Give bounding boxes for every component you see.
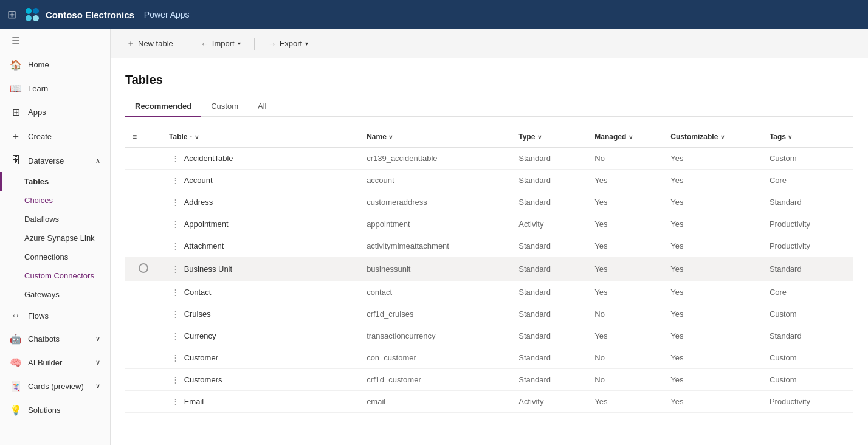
- cell-managed: Yes: [587, 325, 663, 347]
- tab-all[interactable]: All: [248, 97, 276, 117]
- cell-managed: No: [587, 148, 663, 170]
- row-radio[interactable]: [139, 263, 148, 273]
- row-menu-icon[interactable]: ⋮: [169, 375, 184, 384]
- table-row[interactable]: ⋮ Cruisescrf1d_cruisesStandardNoYesCusto…: [125, 303, 853, 325]
- tab-recommended[interactable]: Recommended: [125, 97, 201, 117]
- cell-type: Standard: [511, 347, 587, 369]
- row-select[interactable]: [125, 235, 162, 257]
- table-row[interactable]: ⋮ AppointmentappointmentActivityYesYesPr…: [125, 213, 853, 235]
- row-menu-icon[interactable]: ⋮: [169, 241, 184, 250]
- table-row[interactable]: ⋮ AccountaccountStandardYesYesCore: [125, 170, 853, 191]
- sidebar-item-solutions[interactable]: 💡 Solutions: [0, 398, 110, 422]
- table-row[interactable]: ⋮ ContactcontactStandardYesYesCore: [125, 281, 853, 303]
- col-select: ≡: [125, 126, 162, 148]
- sidebar-item-learn[interactable]: 📖 Learn: [0, 77, 110, 100]
- cell-table: ⋮ Address: [162, 191, 359, 213]
- sidebar-item-apps[interactable]: ⊞ Apps: [0, 100, 110, 124]
- tab-custom[interactable]: Custom: [201, 97, 248, 117]
- ai-collapse-icon: ∨: [95, 359, 100, 367]
- cell-tags: Core: [762, 170, 853, 191]
- cell-table: ⋮ Currency: [162, 325, 359, 347]
- row-select[interactable]: [125, 170, 162, 191]
- cell-name: contact: [359, 281, 511, 303]
- cell-customizable: Yes: [663, 213, 762, 235]
- export-button[interactable]: → Export ▾: [262, 36, 315, 52]
- table-row[interactable]: ⋮ AccidentTablecr139_accidenttableStanda…: [125, 148, 853, 170]
- row-select[interactable]: [125, 148, 162, 170]
- row-menu-icon[interactable]: ⋮: [169, 331, 184, 340]
- cell-name: email: [359, 391, 511, 413]
- sidebar-sub-custom-connectors[interactable]: Custom Connectors: [0, 266, 110, 285]
- table-sort-toggle-icon[interactable]: ∨: [195, 134, 199, 140]
- cards-icon: 🃏: [10, 381, 22, 392]
- row-select[interactable]: [125, 325, 162, 347]
- cell-name: cr139_accidenttable: [359, 148, 511, 170]
- row-menu-icon[interactable]: ⋮: [169, 288, 184, 297]
- grid-icon[interactable]: ⊞: [7, 8, 16, 21]
- svg-point-1: [33, 8, 39, 14]
- cell-table: ⋮ Email: [162, 391, 359, 413]
- table-row[interactable]: ⋮ CurrencytransactioncurrencyStandardYes…: [125, 325, 853, 347]
- row-select[interactable]: [125, 213, 162, 235]
- table-row[interactable]: ⋮ AddresscustomeraddressStandardYesYesSt…: [125, 191, 853, 213]
- export-label: Export: [280, 39, 303, 48]
- row-menu-icon[interactable]: ⋮: [169, 397, 184, 406]
- row-select[interactable]: [125, 281, 162, 303]
- table-row[interactable]: ⋮ Customerscrf1d_customerStandardNoYesCu…: [125, 369, 853, 391]
- row-select[interactable]: [125, 303, 162, 325]
- sidebar-sub-choices[interactable]: Choices: [0, 191, 110, 210]
- sidebar-sub-azure-synapse[interactable]: Azure Synapse Link: [0, 229, 110, 247]
- table-row[interactable]: ⋮ EmailemailActivityYesYesProductivity: [125, 391, 853, 413]
- col-header-name[interactable]: Name ∨: [359, 126, 511, 148]
- sidebar-item-flows[interactable]: ↔ Flows: [0, 304, 110, 327]
- col-header-table[interactable]: Table ↑ ∨: [162, 126, 359, 148]
- row-menu-icon[interactable]: ⋮: [169, 154, 184, 163]
- sidebar-item-cards[interactable]: 🃏 Cards (preview) ∨: [0, 374, 110, 398]
- table-row[interactable]: ⋮ Business UnitbusinessunitStandardYesYe…: [125, 257, 853, 281]
- sidebar-item-create[interactable]: ＋ Create: [0, 124, 110, 149]
- sidebar-item-dataverse[interactable]: 🗄 Dataverse ∧: [0, 149, 110, 172]
- tags-sort-icon: ∨: [788, 134, 792, 140]
- import-button[interactable]: ← Import ▾: [195, 36, 247, 52]
- sidebar-sub-connections[interactable]: Connections: [0, 247, 110, 266]
- row-select[interactable]: [125, 347, 162, 369]
- cell-type: Standard: [511, 191, 587, 213]
- row-menu-icon[interactable]: ⋮: [169, 198, 184, 207]
- col-header-tags[interactable]: Tags ∨: [762, 126, 853, 148]
- sidebar-item-chatbots[interactable]: 🤖 Chatbots ∨: [0, 327, 110, 351]
- col-header-customizable[interactable]: Customizable ∨: [663, 126, 762, 148]
- sidebar-item-ai-builder[interactable]: 🧠 AI Builder ∨: [0, 351, 110, 374]
- table-row[interactable]: ⋮ Customercon_customerStandardNoYesCusto…: [125, 347, 853, 369]
- cell-managed: Yes: [587, 170, 663, 191]
- sidebar-sub-tables[interactable]: Tables: [0, 172, 110, 191]
- dataverse-icon: 🗄: [10, 155, 22, 166]
- cell-managed: Yes: [587, 213, 663, 235]
- row-menu-icon[interactable]: ⋮: [169, 353, 184, 362]
- cell-type: Activity: [511, 391, 587, 413]
- toolbar-divider-2: [254, 38, 255, 50]
- table-row[interactable]: ⋮ AttachmentactivitymimeattachmentStanda…: [125, 235, 853, 257]
- gateways-label: Gateways: [24, 290, 60, 299]
- sidebar-chatbots-label: Chatbots: [28, 334, 60, 343]
- managed-col-label: Managed: [594, 133, 628, 141]
- row-select[interactable]: [125, 257, 162, 281]
- sidebar-item-home[interactable]: 🏠 Home: [0, 53, 110, 77]
- row-menu-icon[interactable]: ⋮: [169, 219, 184, 229]
- row-menu-icon[interactable]: ⋮: [169, 264, 184, 274]
- row-select[interactable]: [125, 391, 162, 413]
- row-menu-icon[interactable]: ⋮: [169, 176, 184, 185]
- sidebar-menu-toggle[interactable]: ☰: [0, 29, 110, 53]
- sidebar-sub-gateways[interactable]: Gateways: [0, 285, 110, 304]
- cell-table: ⋮ Customers: [162, 369, 359, 391]
- hamburger-icon: ☰: [10, 35, 22, 47]
- topbar: ⊞ Contoso Electronics Power Apps: [0, 0, 868, 29]
- new-table-button[interactable]: ＋ New table: [120, 35, 179, 52]
- row-select[interactable]: [125, 369, 162, 391]
- row-select[interactable]: [125, 191, 162, 213]
- sidebar-sub-dataflows[interactable]: Dataflows: [0, 210, 110, 229]
- cell-tags: Custom: [762, 303, 853, 325]
- row-menu-icon[interactable]: ⋮: [169, 309, 184, 319]
- col-header-managed[interactable]: Managed ∨: [587, 126, 663, 148]
- col-header-type[interactable]: Type ∨: [511, 126, 587, 148]
- table-col-label: Table: [169, 133, 190, 141]
